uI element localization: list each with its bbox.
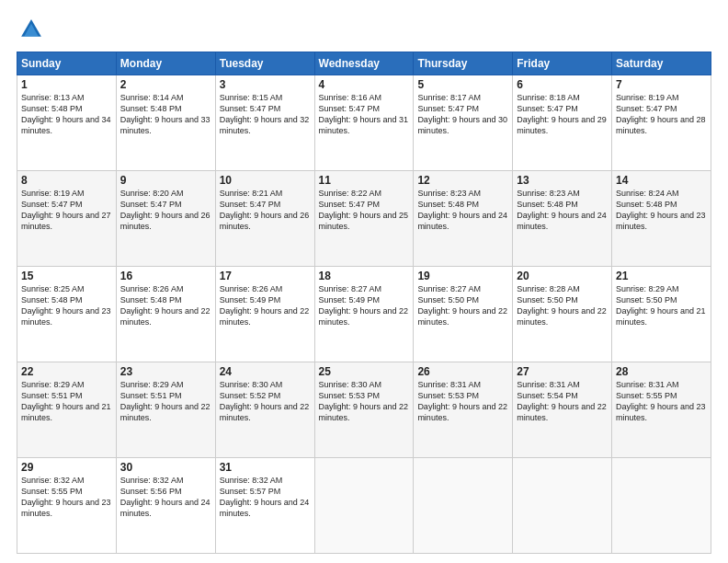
- col-header-wednesday: Wednesday: [314, 52, 414, 75]
- day-number: 27: [517, 365, 608, 378]
- calendar-cell: [314, 458, 414, 554]
- calendar-header-row: SundayMondayTuesdayWednesdayThursdayFrid…: [17, 52, 711, 75]
- cell-info: Sunrise: 8:22 AM Sunset: 5:47 PM Dayligh…: [319, 188, 410, 233]
- page: SundayMondayTuesdayWednesdayThursdayFrid…: [0, 0, 728, 563]
- cell-info: Sunrise: 8:29 AM Sunset: 5:51 PM Dayligh…: [120, 379, 211, 424]
- day-number: 7: [616, 78, 707, 91]
- cell-info: Sunrise: 8:24 AM Sunset: 5:48 PM Dayligh…: [616, 188, 707, 233]
- cell-info: Sunrise: 8:28 AM Sunset: 5:50 PM Dayligh…: [517, 283, 608, 328]
- day-number: 11: [319, 174, 410, 187]
- calendar-table: SundayMondayTuesdayWednesdayThursdayFrid…: [17, 52, 711, 554]
- calendar-cell: 31 Sunrise: 8:32 AM Sunset: 5:57 PM Dayl…: [215, 458, 314, 554]
- cell-info: Sunrise: 8:30 AM Sunset: 5:53 PM Dayligh…: [319, 379, 410, 424]
- calendar-cell: 27 Sunrise: 8:31 AM Sunset: 5:54 PM Dayl…: [513, 362, 612, 458]
- day-number: 12: [417, 174, 508, 187]
- day-number: 9: [120, 174, 211, 187]
- cell-info: Sunrise: 8:17 AM Sunset: 5:47 PM Dayligh…: [417, 92, 508, 137]
- cell-info: Sunrise: 8:29 AM Sunset: 5:51 PM Dayligh…: [21, 379, 112, 424]
- cell-info: Sunrise: 8:14 AM Sunset: 5:48 PM Dayligh…: [120, 92, 211, 137]
- day-number: 3: [220, 78, 311, 91]
- day-number: 1: [21, 78, 112, 91]
- day-number: 18: [319, 270, 410, 282]
- cell-info: Sunrise: 8:26 AM Sunset: 5:48 PM Dayligh…: [120, 283, 211, 328]
- cell-info: Sunrise: 8:31 AM Sunset: 5:55 PM Dayligh…: [616, 379, 707, 424]
- calendar-week-row: 15 Sunrise: 8:25 AM Sunset: 5:48 PM Dayl…: [17, 267, 711, 362]
- cell-info: Sunrise: 8:27 AM Sunset: 5:49 PM Dayligh…: [319, 283, 410, 328]
- calendar-cell: 9 Sunrise: 8:20 AM Sunset: 5:47 PM Dayli…: [116, 171, 215, 267]
- cell-info: Sunrise: 8:25 AM Sunset: 5:48 PM Dayligh…: [21, 283, 112, 328]
- calendar-cell: 14 Sunrise: 8:24 AM Sunset: 5:48 PM Dayl…: [612, 171, 711, 267]
- cell-info: Sunrise: 8:18 AM Sunset: 5:47 PM Dayligh…: [517, 92, 608, 137]
- calendar-cell: 1 Sunrise: 8:13 AM Sunset: 5:48 PM Dayli…: [17, 75, 117, 171]
- calendar-cell: 28 Sunrise: 8:31 AM Sunset: 5:55 PM Dayl…: [612, 362, 711, 458]
- cell-info: Sunrise: 8:30 AM Sunset: 5:52 PM Dayligh…: [220, 379, 311, 424]
- day-number: 8: [21, 174, 112, 187]
- col-header-friday: Friday: [513, 52, 612, 75]
- calendar-cell: 29 Sunrise: 8:32 AM Sunset: 5:55 PM Dayl…: [17, 458, 117, 554]
- calendar-cell: 30 Sunrise: 8:32 AM Sunset: 5:56 PM Dayl…: [116, 458, 215, 554]
- day-number: 28: [616, 365, 707, 378]
- cell-info: Sunrise: 8:20 AM Sunset: 5:47 PM Dayligh…: [120, 188, 211, 233]
- calendar-cell: 13 Sunrise: 8:23 AM Sunset: 5:48 PM Dayl…: [513, 171, 612, 267]
- calendar-cell: 3 Sunrise: 8:15 AM Sunset: 5:47 PM Dayli…: [215, 75, 314, 171]
- calendar-cell: 6 Sunrise: 8:18 AM Sunset: 5:47 PM Dayli…: [513, 75, 612, 171]
- header: [17, 17, 711, 42]
- col-header-monday: Monday: [116, 52, 215, 75]
- day-number: 25: [319, 365, 410, 378]
- calendar-cell: 4 Sunrise: 8:16 AM Sunset: 5:47 PM Dayli…: [314, 75, 414, 171]
- cell-info: Sunrise: 8:15 AM Sunset: 5:47 PM Dayligh…: [220, 92, 311, 137]
- calendar-cell: [414, 458, 513, 554]
- cell-info: Sunrise: 8:19 AM Sunset: 5:47 PM Dayligh…: [616, 92, 707, 137]
- calendar-cell: 25 Sunrise: 8:30 AM Sunset: 5:53 PM Dayl…: [314, 362, 414, 458]
- logo-icon: [18, 17, 44, 42]
- cell-info: Sunrise: 8:23 AM Sunset: 5:48 PM Dayligh…: [417, 188, 508, 233]
- day-number: 30: [120, 461, 211, 474]
- day-number: 13: [517, 174, 608, 187]
- calendar-cell: 2 Sunrise: 8:14 AM Sunset: 5:48 PM Dayli…: [116, 75, 215, 171]
- day-number: 10: [220, 174, 311, 187]
- calendar-week-row: 29 Sunrise: 8:32 AM Sunset: 5:55 PM Dayl…: [17, 458, 711, 554]
- day-number: 15: [21, 270, 112, 282]
- day-number: 29: [21, 461, 112, 474]
- calendar-cell: [513, 458, 612, 554]
- cell-info: Sunrise: 8:31 AM Sunset: 5:54 PM Dayligh…: [517, 379, 608, 424]
- day-number: 6: [517, 78, 608, 91]
- calendar-cell: 19 Sunrise: 8:27 AM Sunset: 5:50 PM Dayl…: [414, 267, 513, 362]
- cell-info: Sunrise: 8:23 AM Sunset: 5:48 PM Dayligh…: [517, 188, 608, 233]
- day-number: 14: [616, 174, 707, 187]
- calendar-cell: 8 Sunrise: 8:19 AM Sunset: 5:47 PM Dayli…: [17, 171, 117, 267]
- cell-info: Sunrise: 8:32 AM Sunset: 5:57 PM Dayligh…: [220, 475, 311, 520]
- calendar-cell: 21 Sunrise: 8:29 AM Sunset: 5:50 PM Dayl…: [612, 267, 711, 362]
- day-number: 2: [120, 78, 211, 91]
- cell-info: Sunrise: 8:27 AM Sunset: 5:50 PM Dayligh…: [417, 283, 508, 328]
- day-number: 17: [220, 270, 311, 282]
- cell-info: Sunrise: 8:19 AM Sunset: 5:47 PM Dayligh…: [21, 188, 112, 233]
- day-number: 24: [220, 365, 311, 378]
- cell-info: Sunrise: 8:13 AM Sunset: 5:48 PM Dayligh…: [21, 92, 112, 137]
- calendar-cell: 18 Sunrise: 8:27 AM Sunset: 5:49 PM Dayl…: [314, 267, 414, 362]
- col-header-tuesday: Tuesday: [215, 52, 314, 75]
- calendar-cell: 11 Sunrise: 8:22 AM Sunset: 5:47 PM Dayl…: [314, 171, 414, 267]
- calendar-cell: 12 Sunrise: 8:23 AM Sunset: 5:48 PM Dayl…: [414, 171, 513, 267]
- cell-info: Sunrise: 8:21 AM Sunset: 5:47 PM Dayligh…: [220, 188, 311, 233]
- day-number: 21: [616, 270, 707, 282]
- day-number: 31: [220, 461, 311, 474]
- calendar-week-row: 22 Sunrise: 8:29 AM Sunset: 5:51 PM Dayl…: [17, 362, 711, 458]
- calendar-cell: [612, 458, 711, 554]
- calendar-cell: 24 Sunrise: 8:30 AM Sunset: 5:52 PM Dayl…: [215, 362, 314, 458]
- cell-info: Sunrise: 8:26 AM Sunset: 5:49 PM Dayligh…: [220, 283, 311, 328]
- calendar-cell: 20 Sunrise: 8:28 AM Sunset: 5:50 PM Dayl…: [513, 267, 612, 362]
- day-number: 5: [417, 78, 508, 91]
- day-number: 23: [120, 365, 211, 378]
- calendar-week-row: 8 Sunrise: 8:19 AM Sunset: 5:47 PM Dayli…: [17, 171, 711, 267]
- cell-info: Sunrise: 8:32 AM Sunset: 5:55 PM Dayligh…: [21, 475, 112, 520]
- calendar-cell: 23 Sunrise: 8:29 AM Sunset: 5:51 PM Dayl…: [116, 362, 215, 458]
- day-number: 22: [21, 365, 112, 378]
- calendar-cell: 5 Sunrise: 8:17 AM Sunset: 5:47 PM Dayli…: [414, 75, 513, 171]
- day-number: 20: [517, 270, 608, 282]
- day-number: 16: [120, 270, 211, 282]
- calendar-cell: 17 Sunrise: 8:26 AM Sunset: 5:49 PM Dayl…: [215, 267, 314, 362]
- col-header-thursday: Thursday: [414, 52, 513, 75]
- day-number: 4: [319, 78, 410, 91]
- day-number: 26: [417, 365, 508, 378]
